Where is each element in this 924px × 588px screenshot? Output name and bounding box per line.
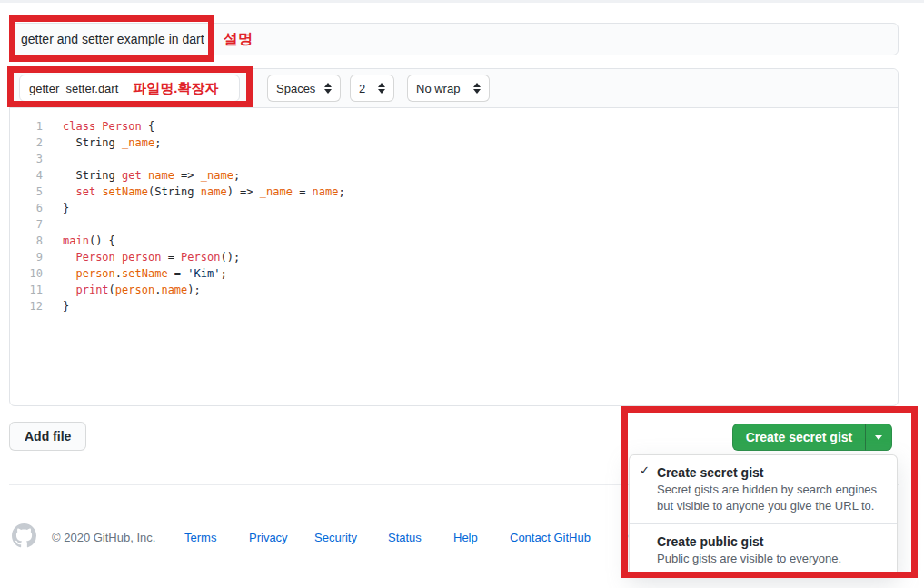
code-editor[interactable]: 1class Person {2 String _name;34 String … [10, 108, 898, 314]
code-text: print(person.name); [63, 282, 201, 298]
code-text: String get name => _name; [63, 167, 240, 184]
footer-link-contact-github[interactable]: Contact GitHub [510, 531, 591, 544]
code-line: 9 Person person = Person(); [10, 249, 898, 265]
footer-link-status[interactable]: Status [388, 531, 422, 544]
gist-visibility-menu: ✓Create secret gistSecret gists are hidd… [629, 454, 898, 577]
menu-item-create-secret-gist[interactable]: ✓Create secret gistSecret gists are hidd… [630, 455, 897, 523]
code-line: 10 person.setName = 'Kim'; [10, 265, 898, 282]
indent-mode-value: Spaces [276, 82, 315, 95]
github-logo-icon[interactable] [12, 523, 36, 552]
annotation-filename-label: 파일명.확장자 [133, 80, 218, 97]
line-number: 10 [10, 265, 43, 282]
code-text: class Person { [63, 118, 154, 135]
gist-description-input[interactable] [9, 23, 899, 55]
indent-width-select[interactable]: 2 [350, 75, 394, 102]
line-number: 4 [10, 167, 43, 184]
code-text: person.setName = 'Kim'; [63, 265, 227, 282]
menu-item-title: Create secret gist [657, 463, 882, 482]
footer-copyright: © 2020 GitHub, Inc. [52, 531, 155, 544]
line-number: 6 [10, 200, 43, 216]
line-number: 2 [10, 135, 43, 151]
filename-input[interactable]: getter_setter.dart 파일명.확장자 [19, 75, 240, 102]
line-number: 3 [10, 151, 43, 167]
filename-value: getter_setter.dart [29, 82, 118, 95]
select-caret-icon [378, 83, 385, 94]
footer-link-security[interactable]: Security [314, 531, 357, 544]
menu-item-description: Secret gists are hidden by search engine… [657, 482, 882, 514]
code-text: } [63, 200, 69, 216]
menu-item-description: Public gists are visible to everyone. [657, 551, 882, 567]
menu-item-title: Create public gist [657, 533, 882, 551]
dropdown-caret-icon [875, 435, 882, 440]
code-line: 3 [10, 151, 898, 167]
gist-editor-card: getter_setter.dart 파일명.확장자 Spaces 2 No w… [9, 68, 899, 406]
annotation-description-label: 설명 [224, 30, 253, 49]
code-text: String _name; [63, 135, 161, 151]
line-number: 7 [10, 216, 43, 233]
indent-mode-select[interactable]: Spaces [267, 75, 341, 102]
code-text: } [63, 298, 69, 314]
editor-header: getter_setter.dart 파일명.확장자 Spaces 2 No w… [10, 69, 898, 108]
line-number: 8 [10, 233, 43, 249]
line-number: 5 [10, 184, 43, 200]
code-line: 2 String _name; [10, 135, 898, 151]
menu-item-create-public-gist[interactable]: Create public gistPublic gists are visib… [630, 523, 897, 576]
create-gist-dropdown-toggle[interactable] [865, 424, 892, 451]
code-text: Person person = Person(); [63, 249, 240, 265]
code-line: 7 [10, 216, 898, 233]
code-line: 5 set setName(String name) => _name = na… [10, 184, 898, 200]
top-strip [0, 0, 924, 3]
create-secret-gist-button[interactable]: Create secret gist [732, 424, 865, 451]
line-number: 11 [10, 282, 43, 298]
footer-link-terms[interactable]: Terms [184, 531, 216, 544]
code-line: 1class Person { [10, 118, 898, 135]
add-file-button[interactable]: Add file [9, 422, 86, 451]
code-line: 11 print(person.name); [10, 282, 898, 298]
checkmark-icon: ✓ [640, 463, 650, 477]
gist-create-page: 설명 getter_setter.dart 파일명.확장자 Spaces 2 N… [0, 0, 924, 588]
code-line: 6} [10, 200, 898, 216]
indent-width-value: 2 [359, 82, 365, 95]
create-gist-split-button: Create secret gist [732, 424, 892, 451]
footer-link-p[interactable]: P [621, 531, 629, 544]
select-caret-icon [473, 83, 481, 94]
line-number: 1 [10, 118, 43, 135]
code-text: main() { [63, 233, 115, 249]
line-number: 12 [10, 298, 43, 314]
code-line: 4 String get name => _name; [10, 167, 898, 184]
wrap-mode-select[interactable]: No wrap [407, 75, 490, 102]
line-number: 9 [10, 249, 43, 265]
code-line: 12} [10, 298, 898, 314]
code-line: 8main() { [10, 233, 898, 249]
code-text: set setName(String name) => _name = name… [63, 184, 345, 200]
wrap-mode-value: No wrap [416, 82, 460, 95]
select-caret-icon [324, 83, 332, 94]
footer-link-privacy[interactable]: Privacy [249, 531, 288, 544]
footer-link-help[interactable]: Help [453, 531, 478, 544]
